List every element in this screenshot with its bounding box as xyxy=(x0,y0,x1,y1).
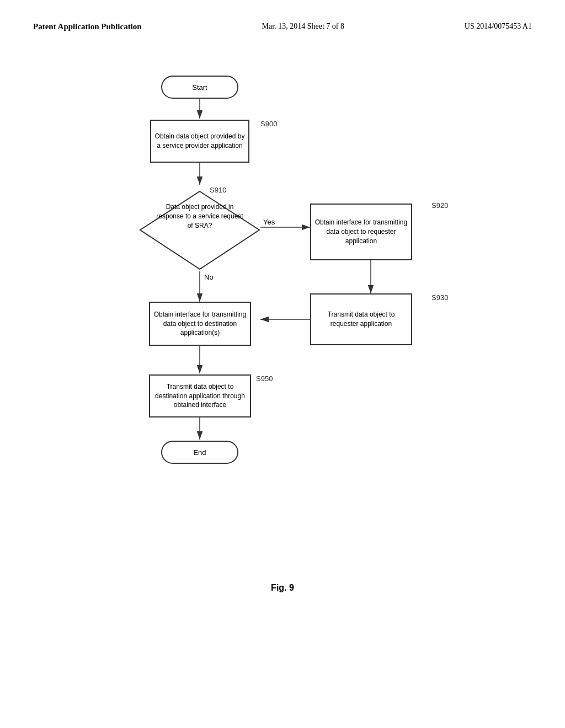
flowchart: Start S900 Obtain data object provided b… xyxy=(89,65,476,561)
s950-label: S950 xyxy=(256,374,273,383)
header-center: Mar. 13, 2014 Sheet 7 of 8 xyxy=(262,22,344,31)
end-label: End xyxy=(193,448,206,457)
diagram-container: Start S900 Obtain data object provided b… xyxy=(33,65,532,561)
s900-label: S900 xyxy=(260,120,277,128)
s930-text: Transmit data object to requester applic… xyxy=(311,308,411,331)
s950-text: Transmit data object to destination appl… xyxy=(150,380,250,412)
page: Patent Application Publication Mar. 13, … xyxy=(0,0,565,728)
arrows-svg xyxy=(89,65,476,561)
start-node: Start xyxy=(161,76,238,99)
s910-text: Data object provided in response to a se… xyxy=(156,202,244,230)
header-right: US 2014/0075453 A1 xyxy=(465,22,532,31)
no-label: No xyxy=(204,273,214,281)
s920-label: S920 xyxy=(431,201,448,210)
s930-node: Transmit data object to requester applic… xyxy=(310,293,412,345)
s940-node: Obtain interface for transmitting data o… xyxy=(149,302,251,346)
s940-text: Obtain interface for transmitting data o… xyxy=(150,308,250,340)
figure-caption: Fig. 9 xyxy=(33,583,532,593)
s920-text: Obtain interface for transmitting data o… xyxy=(311,216,411,248)
end-node: End xyxy=(161,441,238,464)
s910-node: Data object provided in response to a se… xyxy=(139,190,260,270)
s900-node: Obtain data object provided by a service… xyxy=(150,120,249,163)
s950-node: Transmit data object to destination appl… xyxy=(149,374,251,417)
s930-label: S930 xyxy=(431,293,448,302)
yes-label: Yes xyxy=(263,218,275,226)
start-label: Start xyxy=(192,83,207,92)
s900-text: Obtain data object provided by a service… xyxy=(151,130,248,153)
s920-node: Obtain interface for transmitting data o… xyxy=(310,204,412,260)
s910-diamond-svg: Data object provided in response to a se… xyxy=(139,190,260,270)
page-header: Patent Application Publication Mar. 13, … xyxy=(33,22,532,31)
header-left: Patent Application Publication xyxy=(33,22,142,31)
